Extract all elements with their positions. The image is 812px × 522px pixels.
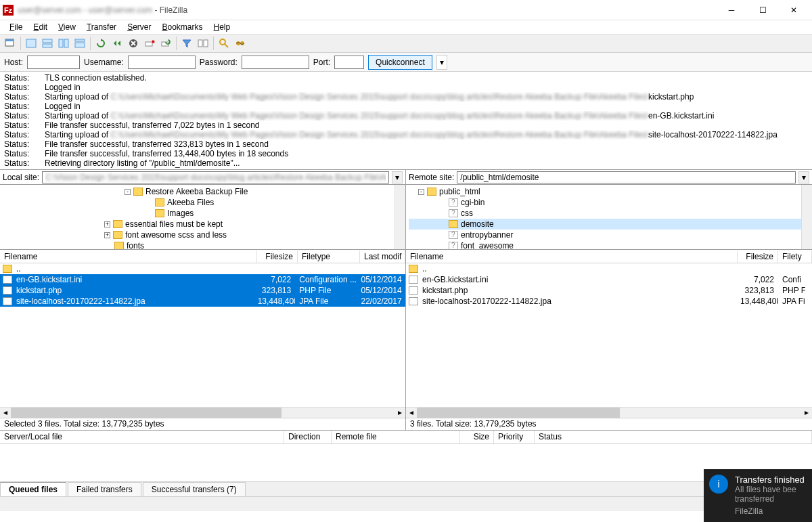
- port-input[interactable]: [334, 56, 364, 69]
- menu-server[interactable]: Server: [122, 21, 156, 33]
- menu-view[interactable]: View: [53, 21, 81, 33]
- notification-toast[interactable]: i Transfers finished All files have bee …: [704, 469, 812, 522]
- local-site-label: Local site:: [3, 173, 39, 182]
- remote-file-header: Filename Filesize Filety: [406, 250, 812, 263]
- remote-tree[interactable]: -public_htmlcgi-bincssdemositeentropyban…: [406, 185, 812, 250]
- remote-file-list[interactable]: ..en-GB.kickstart.ini7,022Confikickstart…: [406, 263, 812, 407]
- transfer-queue: Server/Local file Direction Remote file …: [0, 430, 812, 496]
- password-label: Password:: [200, 58, 238, 67]
- notif-app: FileZilla: [735, 506, 805, 516]
- menu-bookmarks[interactable]: Bookmarks: [156, 21, 208, 33]
- cancel-button[interactable]: [126, 36, 141, 51]
- username-label: Username:: [84, 58, 124, 67]
- username-input[interactable]: [128, 56, 196, 69]
- svg-point-16: [240, 41, 244, 45]
- minimize-button[interactable]: ─: [716, 0, 747, 20]
- svg-rect-1: [5, 39, 14, 41]
- local-path-input[interactable]: [42, 171, 389, 183]
- toggle-local-tree-button[interactable]: [40, 36, 55, 51]
- tab-successful[interactable]: Successful transfers (7): [143, 482, 246, 496]
- file-row[interactable]: site-localhost-20170222-114822.jpa13,448…: [0, 296, 405, 307]
- col-modified[interactable]: Last modif: [360, 251, 405, 263]
- maximize-button[interactable]: ☐: [747, 0, 778, 20]
- col-server[interactable]: Server/Local file: [0, 431, 284, 443]
- svg-rect-8: [75, 43, 85, 47]
- col-size[interactable]: Size: [460, 431, 494, 443]
- local-pane: Local site: ▾ -Restore Akeeba Backup Fil…: [0, 170, 406, 430]
- tab-queued[interactable]: Queued files: [0, 482, 66, 496]
- file-row[interactable]: en-GB.kickstart.ini7,022Confi: [406, 274, 812, 285]
- toolbar: [0, 34, 812, 53]
- menu-file[interactable]: File: [4, 21, 28, 33]
- remote-pane: Remote site: ▾ -public_htmlcgi-bincssdem…: [406, 170, 812, 430]
- host-input[interactable]: [27, 56, 80, 69]
- title-bar: Fz user@server.com - user@server.com - F…: [0, 0, 812, 20]
- site-manager-button[interactable]: [3, 36, 18, 51]
- svg-point-15: [236, 41, 240, 45]
- local-file-list[interactable]: ..en-GB.kickstart.ini7,022Configuration …: [0, 263, 405, 407]
- col-filename[interactable]: Filename: [406, 251, 738, 263]
- filter-button[interactable]: [179, 36, 194, 51]
- notif-title: Transfers finished: [735, 475, 805, 485]
- local-path-dropdown[interactable]: ▾: [392, 171, 403, 183]
- col-status[interactable]: Status: [535, 431, 812, 443]
- menu-help[interactable]: Help: [208, 21, 236, 33]
- scrollbar[interactable]: [801, 185, 812, 249]
- svg-rect-2: [26, 39, 36, 47]
- svg-rect-4: [43, 44, 52, 47]
- file-row[interactable]: site-localhost-20170222-114822.jpa13,448…: [406, 296, 812, 307]
- col-filetype[interactable]: Filetype: [298, 251, 360, 263]
- compare-button[interactable]: [196, 36, 210, 51]
- info-icon: i: [709, 475, 728, 494]
- sync-browse-button[interactable]: [217, 36, 231, 51]
- queue-body[interactable]: [0, 444, 812, 481]
- tab-failed[interactable]: Failed transfers: [68, 482, 141, 496]
- col-filesize[interactable]: Filesize: [257, 251, 298, 263]
- file-row[interactable]: kickstart.php323,813PHP F: [406, 285, 812, 296]
- col-filetype[interactable]: Filety: [778, 251, 812, 263]
- window-title: user@server.com - user@server.com - File…: [18, 5, 716, 15]
- quickconnect-button[interactable]: Quickconnect: [368, 55, 432, 70]
- password-input[interactable]: [242, 56, 309, 69]
- app-icon: Fz: [3, 5, 14, 16]
- svg-rect-6: [64, 39, 68, 47]
- menu-transfer[interactable]: Transfer: [81, 21, 122, 33]
- remote-path-input[interactable]: [457, 171, 796, 183]
- scrollbar-h[interactable]: ◂▸: [0, 407, 405, 418]
- local-tree[interactable]: -Restore Akeeba Backup FileAkeeba FilesI…: [0, 185, 405, 250]
- message-log[interactable]: Status:TLS connection established.Status…: [0, 72, 812, 170]
- reconnect-button[interactable]: [158, 36, 173, 51]
- process-queue-button[interactable]: [110, 36, 125, 51]
- svg-rect-3: [43, 39, 52, 43]
- close-button[interactable]: ✕: [778, 0, 809, 20]
- toggle-remote-tree-button[interactable]: [56, 36, 71, 51]
- menu-edit[interactable]: Edit: [28, 21, 53, 33]
- quickconnect-bar: Host: Username: Password: Port: Quickcon…: [0, 53, 812, 72]
- queue-header: Server/Local file Direction Remote file …: [0, 431, 812, 444]
- toggle-log-button[interactable]: [24, 36, 39, 51]
- col-filename[interactable]: Filename: [0, 251, 257, 263]
- col-remote[interactable]: Remote file: [332, 431, 460, 443]
- menu-bar: File Edit View Transfer Server Bookmarks…: [0, 20, 812, 34]
- remote-path-dropdown[interactable]: ▾: [798, 171, 809, 183]
- scrollbar[interactable]: [394, 185, 405, 249]
- disconnect-button[interactable]: [142, 36, 157, 51]
- quickconnect-dropdown[interactable]: ▾: [436, 55, 447, 70]
- search-button[interactable]: [233, 36, 248, 51]
- host-label: Host:: [4, 58, 23, 67]
- notif-line2: All files have bee: [735, 485, 805, 494]
- local-file-header: Filename Filesize Filetype Last modif: [0, 250, 405, 263]
- svg-rect-5: [59, 39, 63, 47]
- refresh-button[interactable]: [93, 36, 108, 51]
- status-bar: 🔒 ⚙ 📄: [0, 496, 812, 511]
- file-row[interactable]: en-GB.kickstart.ini7,022Configuration ..…: [0, 274, 405, 285]
- file-row[interactable]: kickstart.php323,813PHP File05/12/2014: [0, 285, 405, 296]
- remote-status: 3 files. Total size: 13,779,235 bytes: [406, 418, 812, 430]
- col-filesize[interactable]: Filesize: [738, 251, 778, 263]
- scrollbar-h[interactable]: ◂▸: [406, 407, 812, 418]
- svg-rect-10: [145, 42, 152, 46]
- col-direction[interactable]: Direction: [284, 431, 332, 443]
- svg-point-14: [220, 39, 225, 45]
- col-priority[interactable]: Priority: [494, 431, 535, 443]
- toggle-queue-button[interactable]: [72, 36, 87, 51]
